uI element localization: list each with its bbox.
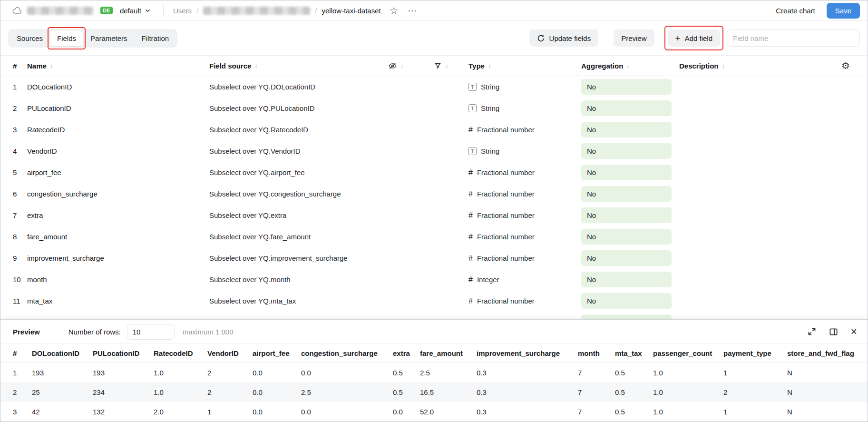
- fields-table-row[interactable]: 9 improvement_surcharge Subselect over Y…: [0, 247, 868, 269]
- field-type-cell[interactable]: #Fractional number: [468, 233, 581, 241]
- field-source-cell[interactable]: Subselect over YQ.airport_fee: [209, 168, 388, 177]
- field-type-cell[interactable]: #Fractional number: [468, 126, 581, 134]
- folder-selector[interactable]: default: [117, 6, 154, 15]
- field-name-cell[interactable]: month: [27, 275, 209, 284]
- col-header-type[interactable]: Type ↓: [468, 62, 581, 70]
- fields-table-row[interactable]: 8 fare_amount Subselect over YQ.fare_amo…: [0, 226, 868, 247]
- field-type-cell[interactable]: TString: [468, 104, 581, 112]
- field-name-cell[interactable]: PULocationID: [27, 104, 209, 112]
- update-fields-button[interactable]: Update fields: [529, 29, 599, 47]
- col-header-source-label: Field source: [209, 62, 251, 70]
- add-field-button[interactable]: + Add field: [668, 29, 720, 47]
- tab-sources[interactable]: Sources: [10, 30, 50, 46]
- eye-off-icon: [388, 61, 397, 70]
- expand-preview-button[interactable]: [808, 327, 816, 336]
- aggregation-select[interactable]: No: [581, 143, 672, 159]
- field-type-cell[interactable]: #Integer: [468, 275, 581, 284]
- fields-table-row[interactable]: 7 extra Subselect over YQ.extra #Fractio…: [0, 205, 868, 226]
- tab-filtration[interactable]: Filtration: [135, 30, 176, 46]
- preview-cell: 1: [723, 369, 787, 377]
- field-name-cell[interactable]: mta_tax: [27, 297, 209, 305]
- close-preview-button[interactable]: ×: [851, 326, 857, 337]
- number-type-icon: #: [468, 275, 473, 284]
- row-number: 1: [13, 83, 27, 91]
- col-header-filter[interactable]: ↓: [434, 62, 468, 70]
- preview-cell: 0.5: [615, 408, 653, 416]
- aggregation-select[interactable]: No: [581, 165, 672, 180]
- field-name-cell[interactable]: extra: [27, 211, 209, 219]
- field-source-cell[interactable]: Subselect over YQ.mta_tax: [209, 297, 388, 305]
- aggregation-select[interactable]: No: [581, 79, 672, 95]
- field-type-cell[interactable]: #Fractional number: [468, 297, 581, 305]
- fields-table-row[interactable]: 11 mta_tax Subselect over YQ.mta_tax #Fr…: [0, 290, 868, 312]
- field-source-cell[interactable]: Subselect over YQ.PULocationID: [209, 104, 388, 112]
- field-source-cell[interactable]: Subselect over YQ.VendorID: [209, 147, 388, 155]
- aggregation-select[interactable]: No: [581, 122, 672, 137]
- aggregation-select[interactable]: No: [581, 100, 672, 116]
- field-type-cell[interactable]: TString: [468, 83, 581, 91]
- sort-icon: ↓: [722, 62, 725, 69]
- tab-parameters[interactable]: Parameters: [83, 30, 135, 46]
- aggregation-select[interactable]: [581, 314, 672, 319]
- field-type-cell[interactable]: #Fractional number: [468, 254, 581, 263]
- preview-col-header: fare_amount: [420, 349, 477, 357]
- field-type-cell[interactable]: #Fractional number: [468, 190, 581, 198]
- field-source-cell[interactable]: Subselect over YQ.RatecodeID: [209, 126, 388, 134]
- table-settings-button[interactable]: ⚙: [841, 60, 850, 71]
- dock-panel-button[interactable]: [829, 327, 838, 336]
- redacted-folder-name[interactable]: [203, 7, 310, 15]
- field-source-cell[interactable]: Subselect over YQ.month: [209, 275, 388, 284]
- field-name-cell[interactable]: VendorID: [27, 147, 209, 155]
- field-name-cell[interactable]: improvement_surcharge: [27, 254, 209, 262]
- field-source-cell[interactable]: Subselect over YQ.improvement_surcharge: [209, 254, 388, 262]
- field-type-cell[interactable]: #Fractional number: [468, 211, 581, 220]
- env-badge: DE: [100, 7, 113, 14]
- create-chart-button[interactable]: Create chart: [776, 7, 815, 15]
- col-header-aggregation[interactable]: Aggregation ↓: [581, 62, 679, 70]
- tab-fields[interactable]: Fields: [50, 30, 83, 46]
- number-type-icon: #: [468, 211, 473, 220]
- more-menu-icon[interactable]: ⋯: [408, 6, 418, 15]
- field-type-label: Fractional number: [477, 254, 535, 262]
- field-name-search-input[interactable]: [727, 29, 860, 47]
- folder-selector-label: default: [120, 7, 141, 15]
- field-source-cell[interactable]: Subselect over YQ.DOLocationID: [209, 83, 388, 91]
- field-type-cell[interactable]: TString: [468, 147, 581, 155]
- aggregation-select[interactable]: No: [581, 229, 672, 245]
- aggregation-select[interactable]: No: [581, 250, 672, 266]
- col-header-description[interactable]: Description ↓: [679, 62, 831, 70]
- rows-count-input[interactable]: [127, 324, 175, 340]
- fields-table-row[interactable]: 3 RatecodeID Subselect over YQ.RatecodeI…: [0, 119, 868, 140]
- col-header-field-source[interactable]: Field source ↓: [209, 62, 388, 70]
- field-source-cell[interactable]: Subselect over YQ.extra: [209, 211, 388, 219]
- field-source-cell[interactable]: Subselect over YQ.congestion_surcharge: [209, 190, 388, 198]
- add-field-label: Add field: [685, 34, 712, 42]
- aggregation-select[interactable]: No: [581, 272, 672, 287]
- favorite-star-icon[interactable]: ☆: [390, 6, 399, 16]
- string-type-icon: T: [468, 104, 477, 112]
- fields-table-row[interactable]: 5 airport_fee Subselect over YQ.airport_…: [0, 162, 868, 183]
- fields-table-row[interactable]: 1 DOLocationID Subselect over YQ.DOLocat…: [0, 76, 868, 98]
- fields-table-row[interactable]: 4 VendorID Subselect over YQ.VendorID TS…: [0, 140, 868, 162]
- field-name-cell[interactable]: congestion_surcharge: [27, 190, 209, 198]
- field-source-cell[interactable]: Subselect over YQ.fare_amount: [209, 233, 388, 241]
- fields-table-row[interactable]: 10 month Subselect over YQ.month #Intege…: [0, 269, 868, 290]
- col-header-hidden[interactable]: ↓: [388, 61, 434, 70]
- tab-switcher: Sources Fields Parameters Filtration: [8, 29, 177, 48]
- save-button[interactable]: Save: [827, 3, 860, 19]
- breadcrumb-users[interactable]: Users: [173, 7, 192, 15]
- fields-table-row[interactable]: 6 congestion_surcharge Subselect over YQ…: [0, 183, 868, 205]
- field-name-cell[interactable]: fare_amount: [27, 233, 209, 241]
- aggregation-select[interactable]: No: [581, 293, 672, 309]
- field-name-cell[interactable]: airport_fee: [27, 168, 209, 177]
- aggregation-select[interactable]: No: [581, 207, 672, 223]
- field-name-cell[interactable]: DOLocationID: [27, 83, 209, 91]
- field-type-cell[interactable]: #Fractional number: [468, 168, 581, 177]
- col-header-name[interactable]: Name ↓: [27, 62, 209, 70]
- fields-table-row[interactable]: 2 PULocationID Subselect over YQ.PULocat…: [0, 98, 868, 119]
- field-name-cell[interactable]: RatecodeID: [27, 126, 209, 134]
- row-number: 11: [13, 297, 27, 305]
- preview-cell: 1.0: [154, 388, 207, 396]
- preview-toggle-button[interactable]: Preview: [614, 29, 654, 47]
- aggregation-select[interactable]: No: [581, 186, 672, 202]
